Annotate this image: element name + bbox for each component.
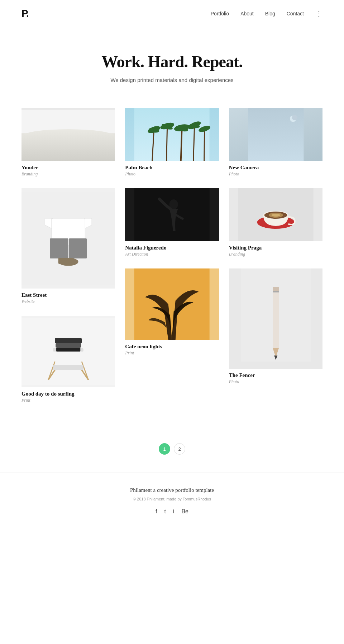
portfolio-grid: Yonder Branding [22,108,322,415]
yonder-image [22,108,115,161]
nav-links: Portfolio About Blog Contact ⋮ [211,9,322,18]
nav-contact[interactable]: Contact [287,11,304,16]
cafe-neon-category: Print [125,350,219,356]
svg-rect-20 [56,348,80,352]
good-day-image [22,316,115,387]
visiting-praga-category: Branding [229,252,322,257]
portfolio-item-east-street[interactable]: East Street Website [22,188,115,304]
natalia-image [125,188,219,241]
portfolio-col-1: Yonder Branding [22,108,115,415]
svg-rect-2 [22,110,115,133]
portfolio-col-3: New Camera Photo [229,108,322,415]
nav-about[interactable]: About [240,11,254,16]
social-links: f t i Be [22,508,322,515]
portfolio-item-natalia[interactable]: Natalia Figueredo Art Direction [125,188,219,257]
site-logo[interactable]: P. [22,8,28,19]
cafe-neon-image [125,268,219,340]
svg-point-48 [271,214,280,217]
svg-rect-22 [134,108,210,161]
svg-rect-53 [273,287,279,291]
footer: Philament a creative portfolio template … [0,473,344,533]
nav-blog[interactable]: Blog [265,11,275,16]
portfolio-col-2: Palm Beach Photo [125,108,219,415]
nav-more-icon[interactable]: ⋮ [315,10,322,18]
hero-subtitle: We design printed materials and digital … [22,77,322,83]
new-camera-image [229,108,322,161]
svg-line-26 [167,126,167,161]
good-day-category: Print [22,398,115,403]
portfolio-item-cafe-neon[interactable]: Cafe neon lights Print [125,268,219,356]
hero-title: Work. Hard. Repeat. [22,52,322,71]
palm-beach-title: Palm Beach [125,165,219,171]
page-2-button[interactable]: 2 [174,443,185,455]
good-day-title: Good day to do surfing [22,391,115,397]
fencer-category: Photo [229,379,322,384]
portfolio-section: Yonder Branding [0,105,344,432]
social-behance[interactable]: Be [181,508,188,514]
svg-rect-50 [273,289,279,348]
east-street-title: East Street [22,292,115,298]
fencer-title: The Fencer [229,372,322,378]
new-camera-category: Photo [229,171,322,177]
page-1-button[interactable]: 1 [159,443,170,455]
portfolio-item-new-camera[interactable]: New Camera Photo [229,108,322,177]
social-instagram[interactable]: i [173,508,175,514]
cafe-neon-title: Cafe neon lights [125,344,219,350]
svg-rect-19 [56,343,81,348]
svg-point-42 [292,115,297,120]
east-street-image [22,188,115,289]
svg-line-35 [204,129,205,161]
svg-rect-7 [50,238,68,258]
portfolio-item-visiting-praga[interactable]: Visiting Praga Branding [229,188,322,257]
pagination: 1 2 [0,432,344,473]
svg-rect-8 [69,238,87,258]
natalia-title: Natalia Figueredo [125,245,219,251]
footer-copyright: © 2018 Philament, made by TommusRhodus [22,497,322,501]
visiting-praga-title: Visiting Praga [229,245,322,251]
portfolio-item-good-day[interactable]: Good day to do surfing Print [22,316,115,403]
portfolio-item-yonder[interactable]: Yonder Branding [22,108,115,177]
yonder-category: Branding [22,171,115,177]
social-twitter[interactable]: t [164,508,166,514]
svg-rect-39 [134,268,210,340]
svg-rect-10 [58,258,70,264]
portfolio-item-fencer[interactable]: The Fencer Photo [229,268,322,384]
svg-rect-17 [53,365,83,370]
yonder-title: Yonder [22,165,115,171]
navbar: P. Portfolio About Blog Contact ⋮ [0,0,344,27]
new-camera-title: New Camera [229,165,322,171]
hero-section: Work. Hard. Repeat. We design printed ma… [0,27,344,105]
svg-rect-54 [273,291,279,292]
palm-beach-image [125,108,219,161]
fencer-image [229,268,322,369]
social-facebook[interactable]: f [156,508,157,514]
svg-rect-18 [55,338,82,343]
east-street-category: Website [22,299,115,304]
palm-beach-category: Photo [125,171,219,177]
nav-portfolio[interactable]: Portfolio [211,11,229,16]
visiting-praga-image [229,188,322,241]
footer-tagline: Philament a creative portfolio template [22,487,322,493]
portfolio-item-palm-beach[interactable]: Palm Beach Photo [125,108,219,177]
svg-point-1 [22,147,115,161]
natalia-category: Art Direction [125,252,219,257]
